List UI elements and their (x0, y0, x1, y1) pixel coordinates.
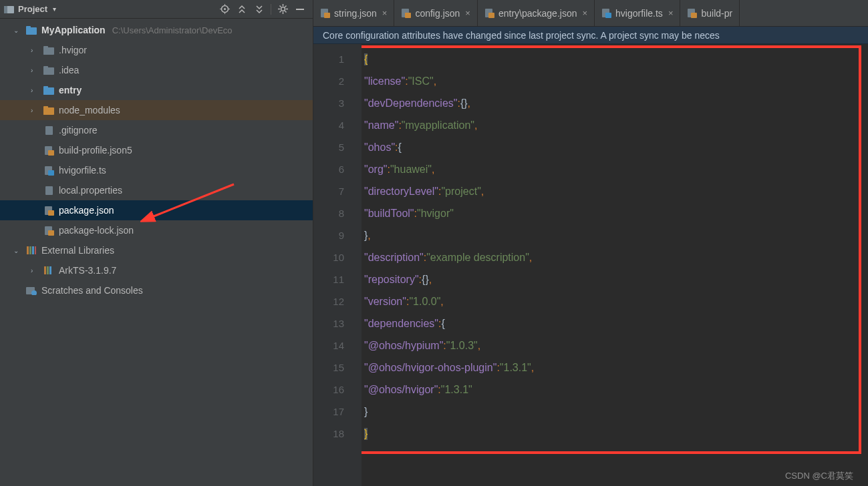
project-root-path: C:\Users\Administrator\DevEco (112, 25, 233, 35)
code-line[interactable]: "org":"huawei", (364, 158, 868, 180)
code-editor[interactable]: 123456789101112131415161718 💡 { "license… (313, 44, 868, 486)
tree-item-label: node_modules (59, 105, 120, 115)
tree-item-entry[interactable]: ›entry (0, 80, 313, 100)
svg-rect-40 (32, 246, 34, 254)
close-tab-icon[interactable]: × (382, 8, 388, 18)
svg-rect-23 (43, 67, 54, 75)
tab-label: entry\package.json (498, 8, 577, 19)
project-root-label: MyApplication (41, 25, 106, 35)
tree-item-package-lock-json[interactable]: package-lock.json (0, 220, 313, 240)
chevron-down-icon[interactable]: ⌄ (13, 247, 23, 254)
json-file-icon (401, 8, 411, 18)
editor-tab-config-json[interactable]: config.json× (394, 0, 478, 26)
tree-item--idea[interactable]: ›.idea (0, 60, 313, 80)
code-line[interactable]: "repository":{}, (364, 268, 868, 290)
svg-rect-19 (26, 26, 31, 29)
editor-tab-entry-package-json[interactable]: entry\package.json× (478, 0, 595, 26)
tree-item-hvigorfile-ts[interactable]: hvigorfile.ts (0, 160, 313, 180)
code-line[interactable]: "license":"ISC", (364, 70, 868, 92)
tab-label: build-pr (701, 8, 732, 19)
line-number: 7 (313, 180, 344, 202)
line-number: 13 (313, 312, 344, 334)
code-line[interactable]: "directoryLevel":"project", (364, 180, 868, 202)
code-line[interactable]: "description":"example description", (364, 246, 868, 268)
code-line[interactable]: "devDependencies":{}, (364, 92, 868, 114)
editor-panel: string.json×config.json×entry\package.js… (313, 0, 868, 486)
line-number: 18 (313, 423, 344, 445)
code-line[interactable]: "version":"1.0.0", (364, 290, 868, 312)
tab-label: string.json (334, 8, 377, 19)
code-line[interactable]: "@ohos/hvigor-ohos-plugin":"1.3.1", (364, 356, 868, 379)
svg-rect-37 (48, 230, 54, 236)
gutter: 123456789101112131415161718 (313, 44, 351, 486)
sync-banner[interactable]: Core configuration attributes have chang… (313, 27, 868, 44)
tree-item-node-modules[interactable]: ›node_modules (0, 100, 313, 120)
hide-panel-icon[interactable] (293, 2, 307, 17)
tree-item-arkts[interactable]: › ArkTS-3.1.9.7 (0, 260, 313, 280)
line-number: 11 (313, 268, 344, 290)
editor-tab-hvigorfile-ts[interactable]: hvigorfile.ts× (595, 0, 680, 26)
svg-rect-39 (29, 246, 31, 254)
code-content[interactable]: 💡 { "license":"ISC", "devDependencies":{… (361, 44, 868, 486)
tree-item-local-properties[interactable]: local.properties (0, 180, 313, 200)
tree-item-package-json[interactable]: package.json (0, 200, 313, 220)
chevron-right-icon[interactable]: › (31, 67, 40, 74)
code-line[interactable]: { (364, 48, 868, 70)
line-number: 16 (313, 379, 344, 401)
svg-line-15 (279, 11, 281, 13)
code-line[interactable]: }, (364, 224, 868, 246)
code-line[interactable]: } (364, 401, 868, 423)
close-tab-icon[interactable]: × (582, 8, 587, 18)
code-line[interactable]: "@ohos/hvigor":"1.3.1" (364, 379, 868, 401)
svg-rect-44 (49, 266, 51, 274)
tree-item-label: package-lock.json (59, 225, 134, 236)
scratches-and-consoles[interactable]: Scratches and Consoles (0, 280, 313, 300)
svg-rect-53 (488, 13, 494, 18)
tab-label: hvigorfile.ts (615, 8, 663, 19)
tree-item-label: hvigorfile.ts (59, 165, 106, 176)
tree-item--hvigor[interactable]: ›.hvigor (0, 40, 313, 60)
chevron-right-icon[interactable]: › (31, 47, 40, 54)
locate-icon[interactable] (217, 2, 232, 17)
svg-line-16 (285, 6, 286, 7)
line-number: 1 (313, 48, 344, 70)
code-line[interactable]: "buildTool":"hvigor" (364, 202, 868, 224)
code-line[interactable]: } (364, 423, 868, 445)
fold-strip[interactable] (351, 44, 361, 486)
line-number: 6 (313, 158, 344, 180)
tree-item-label: package.json (59, 205, 114, 216)
chevron-right-icon[interactable]: › (31, 87, 40, 94)
line-number: 4 (313, 114, 344, 136)
svg-rect-57 (691, 13, 697, 18)
code-line[interactable]: "dependencies":{ (364, 312, 868, 334)
line-number: 14 (313, 334, 344, 356)
code-line[interactable]: "@ohos/hypium":"1.0.3", (364, 334, 868, 356)
sync-banner-text: Core configuration attributes have chang… (323, 30, 720, 41)
collapse-all-icon[interactable] (252, 2, 267, 17)
chevron-right-icon[interactable]: › (31, 107, 40, 114)
tab-label: config.json (415, 8, 460, 19)
folder-icon (43, 86, 55, 95)
tree-item-build-profile-json5[interactable]: build-profile.json5 (0, 140, 313, 160)
settings-icon[interactable] (275, 2, 290, 17)
close-tab-icon[interactable]: × (465, 8, 470, 18)
code-line[interactable]: "name":"myapplication", (364, 114, 868, 136)
ts-file-icon (601, 8, 611, 18)
editor-tab-string-json[interactable]: string.json× (313, 0, 394, 26)
chevron-down-icon[interactable]: ▾ (53, 5, 56, 13)
code-line[interactable]: "ohos":{ (364, 136, 868, 158)
chevron-right-icon[interactable]: › (31, 267, 40, 274)
chevron-down-icon[interactable]: ⌄ (13, 27, 23, 34)
svg-rect-49 (324, 13, 330, 18)
project-dropdown[interactable]: Project (18, 4, 47, 14)
libraries-icon (43, 266, 55, 275)
external-libraries[interactable]: ⌄ External Libraries (0, 240, 313, 260)
editor-tab-build-pr[interactable]: build-pr (680, 0, 740, 26)
tree-item--gitignore[interactable]: .gitignore (0, 120, 313, 140)
close-tab-icon[interactable]: × (668, 8, 674, 18)
svg-rect-30 (48, 150, 54, 156)
tree-root[interactable]: ⌄ MyApplication C:\Users\Administrator\D… (0, 20, 313, 40)
external-libraries-label: External Libraries (41, 245, 114, 256)
svg-rect-33 (45, 186, 53, 195)
expand-all-icon[interactable] (235, 2, 249, 17)
